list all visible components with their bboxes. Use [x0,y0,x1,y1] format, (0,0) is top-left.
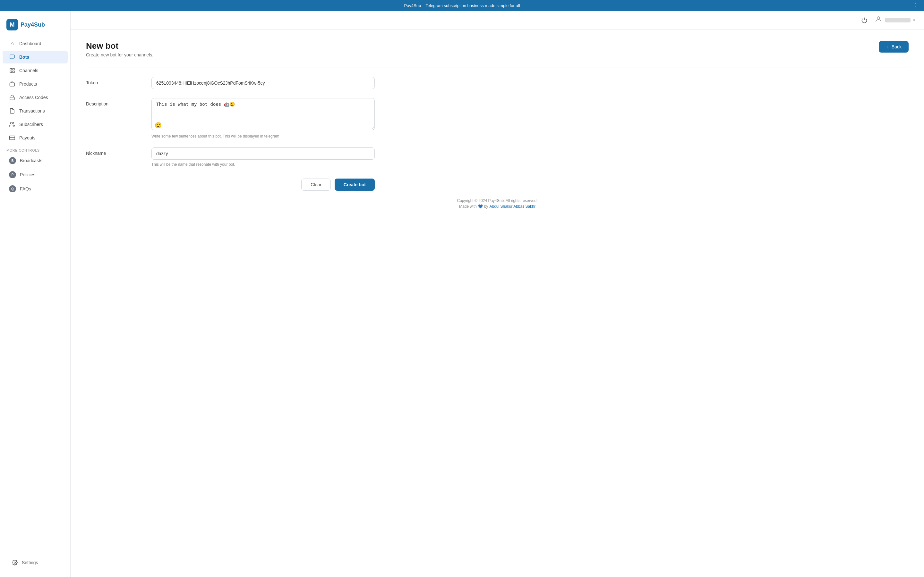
sidebar-label-policies: Policies [20,172,35,177]
textarea-wrapper: This is what my bot does 🤖😀 🙂 [152,98,375,131]
description-hint: Write some few sentences about this bot.… [152,134,375,139]
copyright-text: Copyright © 2024 Pay4Sub. All rights res… [94,198,901,203]
token-field [152,77,375,89]
transactions-icon [9,108,15,114]
sidebar-item-policies[interactable]: P Policies [3,168,68,181]
heart-icon: 💙 [478,204,483,209]
policies-badge: P [9,171,16,178]
payouts-icon [9,135,15,141]
products-icon [9,81,15,87]
author-link[interactable]: Abdul Shakur Abbas Sakhr [489,204,535,209]
faqs-badge: Q [9,185,16,192]
nickname-hint: This will be the name that resonate with… [152,162,375,167]
sidebar-label-faqs: FAQs [20,186,31,191]
create-bot-button[interactable]: Create bot [334,179,375,191]
top-header: ▾ [71,11,924,29]
sidebar-item-payouts[interactable]: Payouts [3,131,68,144]
banner-text: Pay4Sub – Telegram subscription business… [404,3,520,8]
bots-icon [9,54,15,60]
sidebar-item-faqs[interactable]: Q FAQs [3,182,68,195]
sidebar-label-bots: Bots [19,55,29,60]
nickname-label: Nickname [86,147,144,156]
back-button[interactable]: ← Back [879,41,909,53]
user-avatar-icon [875,15,882,25]
sidebar-item-subscribers[interactable]: Subscribers [3,118,68,131]
sidebar-item-products[interactable]: Products [3,77,68,90]
nickname-row: Nickname This will be the name that reso… [86,147,375,167]
channels-icon [9,67,15,74]
description-field: This is what my bot does 🤖😀 🙂 Write some… [152,98,375,139]
top-banner: Pay4Sub – Telegram subscription business… [0,0,924,11]
sidebar-item-access-codes[interactable]: Access Codes [3,91,68,104]
sidebar-label-dashboard: Dashboard [19,41,41,46]
sidebar-label-access-codes: Access Codes [19,95,48,100]
svg-rect-2 [10,71,11,73]
svg-rect-1 [13,68,15,70]
sidebar-label-transactions: Transactions [19,108,45,113]
page-header: New bot Create new bot for your channels… [86,41,909,57]
sidebar-nav: ⌂ Dashboard Bots Channels [0,37,70,553]
sidebar-item-settings[interactable]: Settings [5,556,65,569]
svg-point-6 [11,122,13,124]
sidebar-item-channels[interactable]: Channels [3,64,68,77]
home-icon: ⌂ [9,40,15,47]
page-title: New bot [86,41,153,51]
sidebar: M Pay4Sub ⌂ Dashboard Bots [0,11,71,577]
sidebar-label-channels: Channels [19,68,38,73]
emoji-picker-button[interactable]: 🙂 [155,122,162,129]
description-row: Description This is what my bot does 🤖😀 … [86,98,375,139]
sidebar-label-subscribers: Subscribers [19,122,43,127]
sidebar-label-broadcasts: Broadcasts [20,158,42,163]
svg-rect-5 [10,97,15,100]
page-footer: Copyright © 2024 Pay4Sub. All rights res… [86,191,909,216]
svg-rect-7 [10,136,15,140]
sidebar-label-products: Products [19,81,37,87]
user-menu[interactable]: ▾ [875,15,915,25]
logo-text: Pay4Sub [21,21,45,28]
new-bot-form: Token Description This is what my bot do… [86,77,375,191]
page-content: New bot Create new bot for your channels… [71,29,924,577]
settings-icon [11,559,18,566]
sidebar-item-transactions[interactable]: Transactions [3,105,68,117]
power-button[interactable] [859,15,869,25]
sidebar-item-dashboard[interactable]: ⌂ Dashboard [3,37,68,50]
sidebar-item-broadcasts[interactable]: B Broadcasts [3,154,68,167]
svg-rect-3 [13,71,15,73]
svg-point-9 [14,562,16,564]
svg-point-11 [877,17,880,19]
made-with: Made with 💙 by Abdul Shakur Abbas Sakhr [94,204,901,209]
description-textarea[interactable]: This is what my bot does 🤖😀 [152,98,375,130]
token-label: Token [86,77,144,85]
token-input[interactable] [152,77,375,89]
made-with-text: Made with [459,204,477,209]
clear-button[interactable]: Clear [301,179,330,191]
nickname-field: This will be the name that resonate with… [152,147,375,167]
sidebar-label-payouts: Payouts [19,135,36,140]
subscribers-icon [9,121,15,127]
logo-icon: M [6,19,18,31]
sidebar-item-bots[interactable]: Bots [3,51,68,63]
broadcasts-badge: B [9,157,16,164]
token-row: Token [86,77,375,89]
page-subtitle: Create new bot for your channels. [86,52,153,57]
sidebar-label-settings: Settings [22,560,38,565]
header-divider [86,68,909,68]
sidebar-logo: M Pay4Sub [0,16,70,37]
nickname-input[interactable] [152,147,375,160]
user-name [885,18,911,23]
by-text: by [484,204,488,209]
main-content: ▾ New bot Create new bot for your channe… [71,11,924,577]
more-controls-label: More controls [0,145,70,153]
svg-rect-0 [10,68,11,70]
form-actions: Clear Create bot [86,176,375,191]
banner-menu-icon[interactable]: ⋮ [913,2,919,9]
access-codes-icon [9,94,15,101]
chevron-down-icon: ▾ [913,18,915,23]
description-label: Description [86,98,144,106]
svg-rect-4 [10,83,15,86]
